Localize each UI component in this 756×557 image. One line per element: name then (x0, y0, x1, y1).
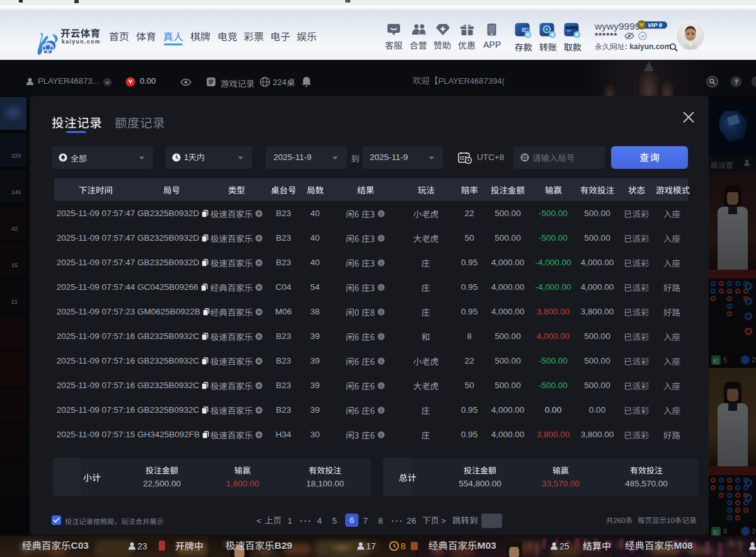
svg-text:?: ? (734, 78, 738, 86)
svg-text:VIP 9: VIP 9 (648, 21, 663, 28)
